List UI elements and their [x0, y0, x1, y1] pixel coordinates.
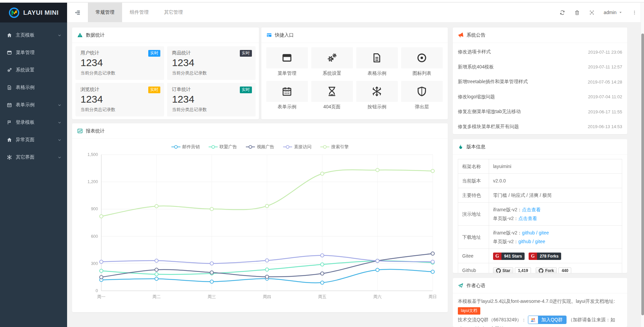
announcement-date: 2019-07-11 12:57	[588, 64, 622, 69]
quick-entry-popup-layer[interactable]: 弹出层	[401, 81, 443, 110]
sidebar-item-home-template[interactable]: 主页模板	[0, 26, 67, 44]
announcement-item[interactable]: 修改logo缩放问题2019-07-04 11:02	[458, 90, 622, 105]
fullscreen-button[interactable]	[589, 10, 595, 15]
legend-marker	[320, 145, 329, 149]
join-qq-group-button[interactable]: 加入QQ群	[528, 316, 567, 324]
announcement-item[interactable]: 修复左侧菜单缩放tab无法移动2019-06-17 11:55	[458, 104, 622, 119]
gitee-logo: G	[493, 253, 501, 260]
announcement-date: 2019-06-17 11:55	[588, 109, 622, 114]
top-strip	[0, 0, 644, 2]
announcement-date: 2019-07-11 23:06	[588, 50, 622, 55]
stat-label: 浏览统计	[80, 87, 159, 93]
legend-item-邮件营销[interactable]: 邮件营销	[171, 144, 200, 150]
legend-marker	[209, 145, 218, 149]
stats-cards: 用户统计实时1234当前分类总记录数商品统计实时1234当前分类总记录数浏览统计…	[72, 43, 259, 119]
chevron-down-icon	[57, 33, 62, 38]
refresh-button[interactable]	[559, 10, 565, 15]
link-gitee[interactable]: gitee	[539, 230, 549, 235]
announcement-item[interactable]: 修复多模块菜单栏展开有问题2019-06-13 14:53	[458, 119, 622, 134]
legend-marker	[283, 145, 292, 149]
gears-icon	[7, 67, 12, 73]
tab-general[interactable]: 常规管理	[88, 3, 122, 22]
report-panel-title: 报表统计	[86, 128, 105, 134]
sidebar-item-system-settings[interactable]: 系统设置	[0, 61, 67, 79]
status-badge: 实时	[240, 87, 252, 93]
quick-entry-label: 表格示例	[356, 70, 398, 76]
sidebar-collapse-button[interactable]	[67, 3, 88, 22]
legend-item-直接访问[interactable]: 直接访问	[283, 144, 312, 150]
warning-icon	[77, 32, 83, 38]
report-chart-svg: 03006009001,2001,500周一周二周三周四周五周六周日	[77, 150, 443, 304]
link-点击查看[interactable]: 点击查看	[518, 216, 537, 221]
legend-label: 搜索引擎	[331, 144, 349, 150]
layui-doc-badge[interactable]: layui文档	[458, 307, 480, 315]
quick-entry-page-404[interactable]: 404页面	[311, 81, 353, 110]
quick-entry-system-settings[interactable]: 系统设置	[311, 47, 353, 76]
link-点击查看[interactable]: 点击查看	[522, 207, 541, 212]
author-content: 本模板基于layui2.5.4以及font-awesome-4.7.0进行实现。…	[453, 293, 627, 327]
svg-text:周日: 周日	[429, 294, 437, 299]
sidebar-item-label: 登录模板	[16, 119, 35, 125]
sidebar-item-menu-management[interactable]: 菜单管理	[0, 44, 67, 61]
legend-marker	[246, 145, 255, 149]
svg-text:周六: 周六	[373, 294, 382, 299]
link-github[interactable]: github	[522, 230, 535, 235]
header-actions: admin	[559, 3, 644, 22]
author-panel-header: 作者心语	[453, 278, 627, 293]
stat-description: 当前分类总记录数	[172, 107, 251, 113]
clear-cache-button[interactable]	[574, 10, 580, 15]
github-fork-badge[interactable]: Fork440	[536, 267, 571, 273]
status-badge: 实时	[240, 50, 252, 57]
svg-text:周一: 周一	[97, 294, 106, 299]
sidebar-item-login-template[interactable]: 登录模板	[0, 114, 67, 131]
quick-entry-form-example[interactable]: 表单示例	[266, 81, 308, 110]
github-star-badge[interactable]: Star1,419	[493, 267, 531, 273]
gitee-badge[interactable]: G941 Stars	[493, 253, 525, 260]
sidebar-item-other-pages[interactable]: 其它界面	[0, 149, 67, 166]
announcement-item[interactable]: 新增treetable插件和菜单管理样式2019-07-05 14:28	[458, 74, 622, 90]
more-menu-button[interactable]	[632, 10, 637, 15]
quick-entry-icon-list[interactable]: 图标列表	[401, 47, 443, 76]
report-chart: 03006009001,2001,500周一周二周三周四周五周六周日	[72, 150, 448, 304]
version-table-row: 当前版本v2.0.0	[458, 174, 622, 188]
line-chart-icon	[77, 128, 83, 134]
svg-text:600: 600	[91, 234, 98, 239]
sidebar-item-label: 系统设置	[16, 67, 35, 73]
link-github[interactable]: github	[518, 239, 531, 244]
stat-card: 浏览统计实时1234当前分类总记录数	[75, 83, 164, 116]
logo[interactable]: LAYUI MINI	[0, 3, 67, 22]
quick-entry-menu-management[interactable]: 菜单管理	[266, 47, 308, 76]
home-icon	[7, 137, 12, 143]
announcement-item[interactable]: 修改选项卡样式2019-07-11 23:06	[458, 45, 622, 60]
quick-entry-button-example[interactable]: 按钮示例	[356, 81, 398, 110]
stat-label: 用户统计	[80, 50, 159, 56]
stats-panel-header: 数据统计	[72, 28, 259, 43]
svg-text:300: 300	[91, 261, 98, 266]
legend-item-视频广告[interactable]: 视频广告	[246, 144, 274, 150]
link-gitee[interactable]: gitee	[535, 239, 545, 244]
tab-component[interactable]: 组件管理	[122, 3, 156, 22]
sidebar-item-table-example[interactable]: 表格示例	[0, 79, 67, 96]
version-row-value: G941 StarsG278 Forks	[489, 249, 622, 263]
announcement-item[interactable]: 新增系统404模板2019-07-11 12:57	[458, 60, 622, 75]
flag-icon	[7, 120, 12, 125]
legend-item-搜索引擎[interactable]: 搜索引擎	[320, 144, 349, 150]
legend-label: 视频广告	[257, 144, 274, 150]
scrollbar-thumb[interactable]	[641, 34, 644, 315]
stat-description: 当前分类总记录数	[80, 70, 159, 76]
stats-panel-title: 数据统计	[86, 32, 105, 38]
gitee-badge[interactable]: G278 Forks	[529, 253, 561, 260]
tab-other[interactable]: 其它管理	[156, 3, 191, 22]
quick-entry-panel: 快捷入口 菜单管理系统设置表格示例图标列表表单示例404页面按钮示例弹出层	[261, 28, 448, 119]
version-row-value: Star1,419Fork440	[489, 263, 622, 273]
user-dropdown[interactable]: admin	[604, 10, 623, 15]
version-table: 框架名称layuimini当前版本v2.0.0主要特色零门槛 / 响应式 / 清…	[458, 159, 622, 273]
quick-entry-table-example[interactable]: 表格示例	[356, 47, 398, 76]
author-panel: 作者心语 本模板基于layui2.5.4以及font-awesome-4.7.0…	[453, 278, 627, 327]
legend-marker	[171, 145, 180, 149]
legend-item-联盟广告[interactable]: 联盟广告	[209, 144, 237, 150]
stat-card: 订单统计实时1234当前分类总记录数	[167, 83, 256, 116]
sidebar-item-error-pages[interactable]: 异常页面	[0, 131, 67, 149]
sidebar-item-form-example[interactable]: 表单示例	[0, 96, 67, 114]
quick-entry-label: 菜单管理	[266, 70, 308, 76]
